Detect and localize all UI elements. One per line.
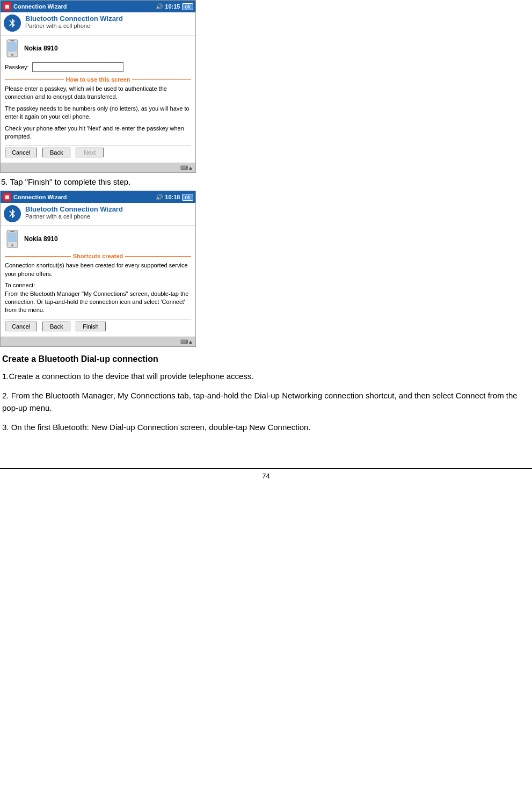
header-subtitle-2: Partner with a cell phone	[25, 213, 123, 220]
cancel-button-2[interactable]: Cancel	[5, 322, 37, 331]
body-section-title: Create a Bluetooth Dial-up connection	[2, 354, 530, 364]
page-number: 74	[262, 472, 269, 480]
header-title-1: Bluetooth Connection Wizard	[25, 14, 123, 23]
phone-row-2: Nokia 8910	[5, 229, 191, 249]
how-to-divider-1: How to use this screen	[5, 76, 191, 83]
svg-rect-1	[8, 42, 17, 52]
body-para1: 1.Create a connection to the device that…	[2, 370, 530, 383]
svg-rect-3	[10, 40, 14, 41]
titlebar-time-1: 🔊 10:15	[156, 3, 180, 10]
speaker-icon-1: 🔊	[156, 3, 163, 10]
button-row-2: Cancel Back Finish	[5, 319, 191, 331]
button-row-1: Cancel Back Next	[5, 145, 191, 157]
header-text-2: Bluetooth Connection Wizard Partner with…	[25, 205, 123, 220]
how-to-para3: Check your phone after you hit 'Next' an…	[5, 125, 191, 141]
body-section: Create a Bluetooth Dial-up connection 1.…	[0, 349, 532, 447]
shortcuts-line-right-2	[125, 256, 191, 257]
how-to-para2: The passkey needs to be numbers only (no…	[5, 105, 191, 121]
body-para3: 3. On the first Bluetooth: New Dial-up C…	[2, 421, 530, 434]
titlebar-app-name-2: Connection Wizard	[13, 194, 156, 200]
cancel-button-1[interactable]: Cancel	[5, 148, 37, 157]
device-content-2: Nokia 8910 Shortcuts created Connection …	[1, 226, 195, 336]
header-subtitle-1: Partner with a cell phone	[25, 23, 123, 29]
ok-button-1[interactable]: ok	[182, 3, 193, 10]
phone-icon-1	[5, 39, 20, 58]
passkey-label-1: Passkey:	[5, 64, 29, 70]
page-container: ▦ Connection Wizard 🔊 10:15 ok Bluetooth…	[0, 0, 532, 483]
bluetooth-icon-2	[4, 205, 21, 222]
phone-name-2: Nokia 8910	[24, 235, 58, 243]
device-footer-1: ⌨▲	[1, 163, 195, 172]
titlebar-1: ▦ Connection Wizard 🔊 10:15 ok	[1, 1, 195, 12]
back-button-1[interactable]: Back	[42, 148, 70, 157]
body-para2: 2. From the Bluetooth Manager, My Connec…	[2, 390, 530, 414]
divider-line-right-1	[132, 79, 191, 80]
time-display-2: 10:18	[165, 194, 180, 200]
titlebar-app-name-1: Connection Wizard	[13, 3, 156, 10]
divider-line-left-1	[5, 79, 64, 80]
speaker-icon-2: 🔊	[156, 194, 163, 200]
windows-icon-2: ▦	[3, 193, 11, 201]
titlebar-2: ▦ Connection Wizard 🔊 10:18 ok	[1, 191, 195, 203]
phone-name-1: Nokia 8910	[24, 45, 58, 52]
how-to-para1: Please enter a passkey, which will be us…	[5, 85, 191, 101]
bluetooth-icon-1	[4, 14, 21, 32]
device-footer-2: ⌨▲	[1, 337, 195, 346]
ok-button-2[interactable]: ok	[182, 194, 193, 201]
next-button-1[interactable]: Next	[76, 148, 104, 157]
svg-point-6	[11, 244, 13, 246]
passkey-input-1[interactable]	[32, 62, 123, 72]
phone-icon-2	[5, 229, 20, 249]
time-display-1: 10:15	[165, 3, 180, 10]
device-frame-2: ▦ Connection Wizard 🔊 10:18 ok Bluetooth…	[0, 191, 196, 346]
shortcuts-divider-2: Shortcuts created	[5, 253, 191, 259]
keyboard-icon-1: ⌨▲	[180, 165, 193, 171]
page-footer: 74	[0, 468, 532, 483]
bluetooth-svg-2	[7, 208, 18, 219]
device-header-2: Bluetooth Connection Wizard Partner with…	[1, 203, 195, 226]
header-text-1: Bluetooth Connection Wizard Partner with…	[25, 14, 123, 29]
finish-button-2[interactable]: Finish	[76, 322, 105, 331]
device-header-1: Bluetooth Connection Wizard Partner with…	[1, 12, 195, 35]
device-frame-1: ▦ Connection Wizard 🔊 10:15 ok Bluetooth…	[0, 0, 196, 173]
phone-row-1: Nokia 8910	[5, 39, 191, 58]
back-button-2[interactable]: Back	[42, 322, 70, 331]
windows-icon-1: ▦	[3, 2, 11, 11]
svg-point-2	[11, 54, 13, 56]
bluetooth-svg-1	[7, 18, 18, 28]
passkey-row-1: Passkey:	[5, 62, 191, 72]
shortcuts-para1: Connection shortcut(s) have been created…	[5, 261, 191, 278]
header-title-2: Bluetooth Connection Wizard	[25, 205, 123, 213]
svg-rect-7	[10, 231, 14, 232]
titlebar-time-2: 🔊 10:18	[156, 194, 180, 201]
shortcuts-line-left-2	[5, 256, 71, 257]
keyboard-icon-2: ⌨▲	[180, 339, 193, 345]
device-content-1: Nokia 8910 Passkey: How to use this scre…	[1, 35, 195, 163]
shortcuts-para2: To connect: From the Bluetooth Manager "…	[5, 281, 191, 315]
how-to-title-1: How to use this screen	[66, 76, 130, 83]
svg-rect-5	[8, 232, 17, 242]
step5-text: 5. Tap "Finish" to complete this step.	[0, 177, 532, 186]
shortcuts-title-2: Shortcuts created	[73, 253, 123, 259]
